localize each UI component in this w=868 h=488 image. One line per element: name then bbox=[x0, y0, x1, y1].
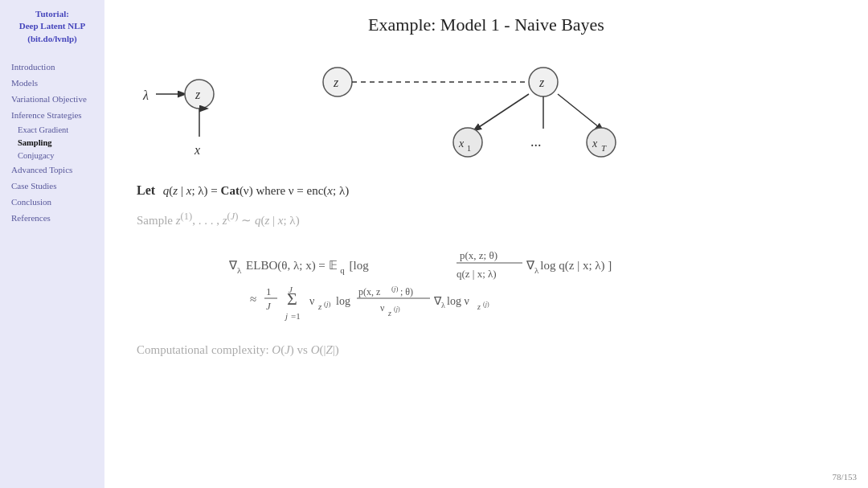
svg-text:z: z bbox=[333, 76, 339, 89]
svg-text:∇λ: ∇λ bbox=[433, 295, 445, 310]
svg-text:x: x bbox=[592, 137, 598, 150]
svg-text:(j): (j) bbox=[394, 306, 400, 313]
svg-text:1: 1 bbox=[467, 144, 471, 153]
diagram-area: λ z x bbox=[129, 50, 844, 166]
sidebar-item-introduction[interactable]: Introduction bbox=[6, 59, 98, 74]
svg-text:(j): (j) bbox=[324, 300, 331, 308]
sidebar-item-models[interactable]: Models bbox=[6, 76, 98, 90]
svg-text:(j): (j) bbox=[483, 301, 489, 308]
svg-text:log ν: log ν bbox=[447, 295, 469, 307]
svg-text:z: z bbox=[477, 302, 481, 311]
math-sample-line: Sample z(1), . . . , z(J) ∼ q(z | x; λ) bbox=[137, 207, 844, 232]
complexity-line: Computational complexity: O(J) vs O(|Z|) bbox=[129, 342, 844, 357]
svg-text:j: j bbox=[284, 311, 288, 321]
svg-text:···: ··· bbox=[530, 137, 542, 154]
svg-text:log: log bbox=[336, 295, 350, 307]
svg-text:=1: =1 bbox=[291, 311, 301, 321]
svg-text:p(x, z; θ): p(x, z; θ) bbox=[460, 249, 497, 261]
math-let-line: Let q(z | x; λ) = Cat(ν) where ν = enc(x… bbox=[137, 178, 844, 203]
svg-text:ν: ν bbox=[309, 295, 314, 307]
svg-text:z: z bbox=[538, 76, 545, 89]
svg-text:x: x bbox=[458, 137, 465, 150]
svg-text:∇λ
        ELBO(θ, λ; x) = 𝔼
: ∇λ ELBO(θ, λ; x) = 𝔼 q [log bbox=[228, 259, 369, 275]
sidebar: Tutorial: Deep Latent NLP (bit.do/lvnlp)… bbox=[0, 0, 104, 488]
math-content: Let q(z | x; λ) = Cat(ν) where ν = enc(x… bbox=[129, 178, 844, 232]
svg-text:q(z | x; λ): q(z | x; λ) bbox=[457, 268, 497, 280]
svg-text:λ: λ bbox=[142, 88, 149, 102]
main-content: Example: Model 1 - Naive Bayes λ z bbox=[104, 0, 868, 488]
svg-text:≈: ≈ bbox=[250, 293, 256, 306]
sidebar-item-advanced[interactable]: Advanced Topics bbox=[6, 162, 98, 177]
svg-text:x: x bbox=[194, 143, 200, 157]
svg-text:1: 1 bbox=[266, 285, 272, 297]
svg-text:T: T bbox=[601, 143, 607, 153]
svg-text:z: z bbox=[194, 88, 201, 101]
sidebar-sub-exact-gradient[interactable]: Exact Gradient bbox=[6, 124, 98, 136]
diagram-left: λ z x bbox=[129, 50, 265, 158]
sidebar-title: Tutorial: Deep Latent NLP (bit.do/lvnlp) bbox=[19, 8, 86, 45]
sidebar-item-variational[interactable]: Variational Objective bbox=[6, 92, 98, 106]
sidebar-sub-sampling[interactable]: Sampling bbox=[6, 137, 98, 149]
diagram-right: z z x 1 ··· x T bbox=[313, 50, 619, 166]
page-number: 78/153 bbox=[832, 472, 857, 482]
svg-text:; θ): ; θ) bbox=[400, 286, 413, 297]
sidebar-item-case-studies[interactable]: Case Studies bbox=[6, 178, 98, 193]
sidebar-sub-conjugacy[interactable]: Conjugacy bbox=[6, 150, 98, 162]
svg-line-13 bbox=[558, 94, 603, 130]
svg-line-11 bbox=[474, 94, 529, 130]
slide-title: Example: Model 1 - Naive Bayes bbox=[129, 14, 844, 35]
sidebar-item-references[interactable]: References bbox=[6, 211, 98, 225]
svg-text:(j): (j) bbox=[391, 285, 399, 293]
elbo-block: ∇λ ELBO(θ, λ; x) = 𝔼 q [log p(x, z; θ) q… bbox=[129, 239, 844, 334]
svg-text:z: z bbox=[317, 301, 322, 311]
svg-text:J: J bbox=[266, 300, 272, 312]
sidebar-item-conclusion[interactable]: Conclusion bbox=[6, 195, 98, 209]
svg-text:z: z bbox=[387, 309, 391, 318]
svg-text:∇λlog q(z | x; λ) ]: ∇λlog q(z | x; λ) ] bbox=[526, 259, 612, 275]
svg-text:ν: ν bbox=[380, 302, 385, 314]
elbo-svg: ∇λ ELBO(θ, λ; x) = 𝔼 q [log p(x, z; θ) q… bbox=[205, 239, 768, 331]
sidebar-item-inference[interactable]: Inference Strategies bbox=[6, 108, 98, 122]
svg-text:p(x, z: p(x, z bbox=[358, 286, 380, 297]
